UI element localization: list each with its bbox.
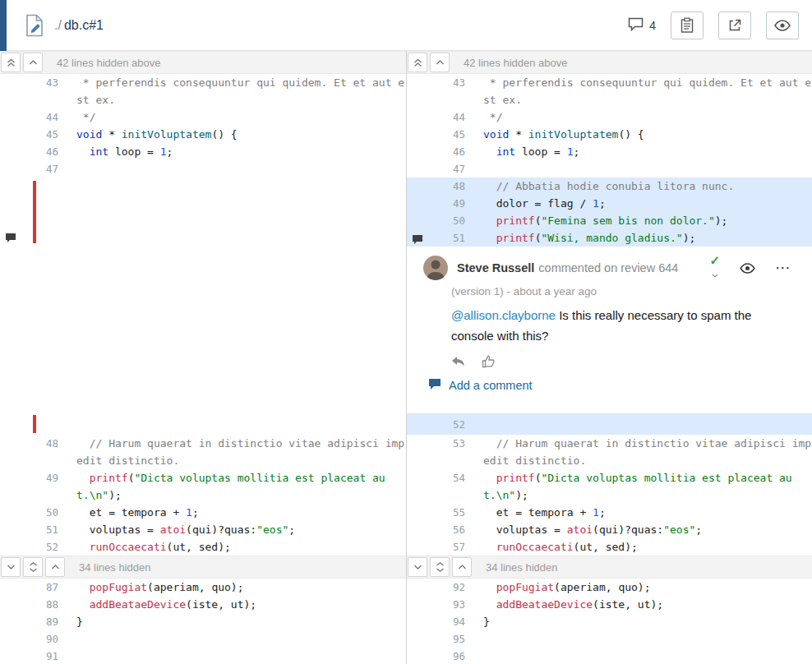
diff-gap: [0, 178, 406, 435]
mention-link[interactable]: @allison.clayborne: [451, 308, 556, 322]
line-number: 55: [407, 504, 477, 521]
check-icon: ✓: [709, 255, 720, 266]
comment-header: Steve Russellcommented on review 644 ✓ ⋯: [423, 255, 799, 281]
code-line[interactable]: 46 int loop = 1;: [0, 143, 406, 160]
code-line[interactable]: 89}: [0, 613, 406, 630]
diff-pane-old: 42 lines hidden above43 * perferendis co…: [0, 51, 406, 664]
more-options-button[interactable]: ⋯: [775, 264, 791, 272]
code-text: popFugiat(aperiam, quo);: [70, 579, 406, 596]
expand-fold-button[interactable]: [430, 557, 450, 577]
watch-file-button[interactable]: [766, 12, 799, 39]
code-line[interactable]: 54 printf("Dicta voluptas mollitia est p…: [407, 469, 812, 504]
code-line[interactable]: 53 // Harum quaerat in distinctio vitae …: [407, 435, 812, 469]
line-number: 50: [0, 504, 70, 521]
expand-above-button[interactable]: [23, 53, 43, 72]
code-line[interactable]: 96: [407, 648, 812, 664]
code-text: printf("Wisi, mando gladius.");: [477, 229, 812, 247]
hidden-lines-bar-below: 34 lines hidden: [407, 556, 812, 579]
code-line[interactable]: 95: [407, 630, 812, 648]
code-line[interactable]: 49 printf("Dicta voluptas mollitia est p…: [0, 469, 406, 504]
accent-bar: [0, 0, 7, 51]
code-line[interactable]: 48 // Harum quaerat in distinctio vitae …: [0, 435, 406, 469]
comment-marker-icon[interactable]: [5, 232, 16, 242]
reply-button[interactable]: [451, 356, 465, 367]
resolve-button[interactable]: ✓: [709, 255, 720, 281]
expand-below-button[interactable]: [1, 557, 21, 577]
code-line[interactable]: 47: [407, 160, 812, 178]
open-external-button[interactable]: [718, 12, 751, 39]
code-line[interactable]: 56 voluptas = atoi(qui)?quas:"eos";: [407, 521, 812, 538]
code-line[interactable]: 51 voluptas = atoi(qui)?quas:"eos";: [0, 521, 406, 538]
file-edit-icon: [25, 14, 44, 37]
comment-count[interactable]: 4: [628, 17, 656, 34]
line-number: 45: [407, 126, 477, 143]
expand-below-button[interactable]: [408, 557, 427, 577]
code-text: void * initVoluptatem() {: [477, 126, 812, 143]
code-line[interactable]: 44 */: [0, 108, 406, 126]
code-line[interactable]: 92 popFugiat(aperiam, quo);: [407, 579, 812, 596]
code-line[interactable]: 49 dolor = flag / 1;: [407, 195, 812, 212]
code-line[interactable]: 93 addBeataeDevice(iste, ut);: [407, 596, 812, 613]
code-line[interactable]: 44 */: [407, 108, 812, 126]
hidden-lines-label: 34 lines hidden: [79, 561, 150, 574]
code-line[interactable]: 57 runOccaecati(ut, sed);: [407, 538, 812, 556]
code-line[interactable]: 52 runOccaecati(ut, sed);: [0, 538, 406, 556]
like-button[interactable]: [482, 355, 495, 368]
line-number: 94: [407, 613, 477, 630]
expand-above-button[interactable]: [430, 53, 450, 72]
code-line[interactable]: 94}: [407, 613, 812, 630]
code-line[interactable]: 43 * perferendis consequuntur qui quidem…: [407, 74, 812, 108]
avatar[interactable]: [423, 256, 448, 280]
line-number: 48: [407, 178, 477, 195]
file-title: ./db.c#1: [54, 18, 104, 33]
line-number: 51: [0, 521, 70, 538]
code-text: printf("Femina sem bis non dolor.");: [477, 212, 812, 229]
deleted-lines-marker: [33, 415, 36, 433]
expand-above-button[interactable]: [452, 557, 472, 577]
line-number: 47: [0, 160, 70, 178]
code-line[interactable]: 90: [0, 630, 406, 648]
code-line[interactable]: 87 popFugiat(aperiam, quo);: [0, 579, 406, 596]
comment-body: @allison.clayborne Is this really necess…: [451, 305, 796, 346]
line-number: 44: [0, 108, 70, 126]
line-number: 49: [0, 469, 70, 504]
code-line[interactable]: 45void * initVoluptatem() {: [407, 126, 812, 143]
copy-button[interactable]: [671, 12, 704, 39]
code-line[interactable]: 46 int loop = 1;: [407, 143, 812, 160]
hidden-lines-label: 42 lines hidden above: [57, 57, 161, 69]
hidden-lines-bar-below: 34 lines hidden: [0, 556, 406, 579]
line-number: 45: [0, 126, 70, 143]
code-text: */: [477, 108, 812, 126]
code-section: 92 popFugiat(aperiam, quo);93 addBeataeD…: [407, 579, 812, 664]
code-line[interactable]: 55 et = tempora + 1;: [407, 504, 812, 521]
line-number: 47: [407, 160, 477, 178]
line-number: 93: [407, 596, 477, 613]
code-text: [477, 160, 812, 178]
code-line[interactable]: 45void * initVoluptatem() {: [0, 126, 406, 143]
expand-all-above-button[interactable]: [408, 53, 427, 72]
line-number: 44: [407, 108, 477, 126]
code-text: [477, 630, 812, 648]
code-line[interactable]: 51 printf("Wisi, mando gladius.");: [407, 229, 812, 247]
code-line[interactable]: 91: [0, 648, 406, 664]
code-text: * perferendis consequuntur qui quidem. E…: [70, 74, 406, 108]
code-line[interactable]: 48 // Abbatia hodie conubia litora nunc.: [407, 178, 812, 195]
code-line[interactable]: 50 et = tempora + 1;: [0, 504, 406, 521]
code-text: int loop = 1;: [477, 143, 812, 160]
code-text: [70, 160, 406, 178]
code-line[interactable]: 47: [0, 160, 406, 178]
code-line[interactable]: 52: [407, 413, 812, 435]
comment-marker-icon[interactable]: [412, 233, 423, 243]
code-line[interactable]: 50 printf("Femina sem bis non dolor.");: [407, 212, 812, 229]
comment-author[interactable]: Steve Russell: [457, 261, 534, 274]
code-review-window: ./db.c#1 4 42 lines hidden above43 * per…: [0, 0, 812, 664]
code-text: // Harum quaerat in distinctio vitae adi…: [477, 435, 812, 469]
expand-above-button[interactable]: [45, 557, 65, 577]
expand-all-above-button[interactable]: [1, 53, 21, 72]
add-comment-button[interactable]: Add a comment: [428, 378, 799, 393]
code-line[interactable]: 88 addBeataeDevice(iste, ut);: [0, 596, 406, 613]
watch-thread-button[interactable]: [740, 263, 755, 274]
expand-fold-button[interactable]: [23, 557, 43, 577]
code-text: // Abbatia hodie conubia litora nunc.: [477, 178, 812, 195]
code-line[interactable]: 43 * perferendis consequuntur qui quidem…: [0, 74, 406, 108]
